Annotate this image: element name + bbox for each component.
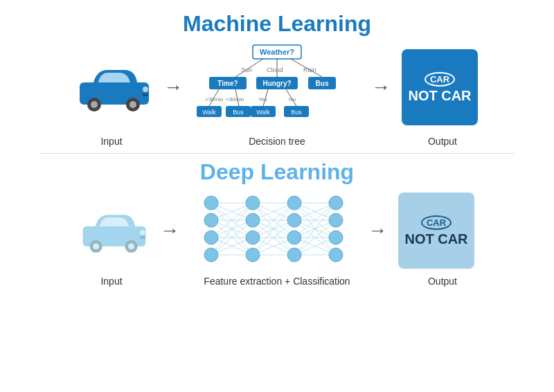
svg-point-41 [128, 243, 134, 249]
ml-arrow-1: → [163, 76, 183, 98]
section-divider [40, 153, 514, 154]
svg-text:Cloud: Cloud [267, 66, 283, 73]
ml-output-label: Output [428, 136, 457, 147]
ml-output-label-wrapper: Output [404, 135, 481, 148]
dl-output-label: Output [428, 276, 457, 287]
ml-input-label: Input [100, 136, 122, 147]
ml-output-col: CAR NOT CAR [402, 49, 478, 125]
svg-text:Bus: Bus [291, 109, 302, 116]
svg-point-106 [329, 231, 343, 244]
page-container: Machine Learning [0, 0, 554, 392]
dl-input-label-wrapper: Input [73, 275, 150, 287]
ml-car-label: CAR [425, 72, 455, 87]
svg-text:No: No [289, 96, 296, 103]
svg-point-39 [93, 243, 99, 249]
svg-text:Hungry?: Hungry? [262, 80, 291, 87]
svg-point-4 [129, 101, 136, 108]
svg-point-5 [143, 87, 148, 92]
svg-rect-6 [143, 93, 148, 96]
svg-rect-43 [140, 236, 145, 239]
dl-arrow-2: → [368, 220, 387, 242]
svg-point-93 [204, 213, 218, 227]
dl-section: Deep Learning → [14, 159, 540, 287]
dl-arrow-1: → [160, 220, 179, 242]
svg-point-94 [204, 231, 218, 244]
dl-labels-row: Input Feature extraction + Classificatio… [14, 275, 540, 287]
ml-section: Machine Learning [14, 7, 540, 148]
svg-text:Time?: Time? [217, 80, 238, 87]
dl-row: → [14, 189, 540, 272]
dl-car-label: CAR [421, 215, 452, 230]
svg-text:>30min: >30min [205, 96, 223, 103]
ml-row: → Weather? Sun Cloud Rain [14, 42, 540, 132]
svg-text:Walk: Walk [256, 109, 270, 116]
svg-point-107 [329, 248, 343, 262]
dl-notcar-label: NOT CAR [404, 231, 467, 247]
svg-text:Weather?: Weather? [260, 48, 294, 56]
ml-output-box: CAR NOT CAR [402, 49, 478, 125]
svg-point-92 [204, 196, 218, 210]
dl-net-col [190, 189, 357, 272]
svg-text:Sun: Sun [241, 66, 252, 73]
svg-text:Rain: Rain [303, 66, 316, 73]
neural-net-svg [190, 189, 357, 272]
dl-output-label-wrapper: Output [404, 275, 481, 287]
svg-point-102 [287, 231, 301, 244]
svg-point-101 [287, 213, 301, 227]
svg-point-99 [246, 248, 260, 262]
ml-tree-label-wrapper: Decision tree [194, 135, 360, 148]
svg-point-96 [246, 196, 260, 210]
ml-tree-label: Decision tree [249, 136, 305, 147]
decision-tree-svg: Weather? Sun Cloud Rain Time? [194, 42, 360, 132]
dl-title: Deep Learning [200, 159, 354, 185]
svg-point-104 [329, 196, 343, 210]
dl-output-col: CAR NOT CAR [398, 193, 474, 269]
svg-point-2 [91, 101, 98, 108]
ml-title: Machine Learning [183, 11, 371, 37]
svg-text:Bus: Bus [233, 109, 244, 116]
svg-text:Bus: Bus [316, 80, 329, 87]
svg-text:<30min: <30min [226, 96, 244, 103]
svg-point-103 [287, 248, 301, 262]
dl-car-icon [80, 208, 149, 253]
svg-point-100 [287, 196, 301, 210]
ml-input-col [76, 63, 152, 112]
ml-arrow-2: → [371, 76, 391, 98]
svg-point-97 [246, 213, 260, 227]
svg-point-105 [329, 213, 343, 227]
svg-text:Walk: Walk [202, 109, 216, 116]
dl-output-box: CAR NOT CAR [398, 193, 474, 269]
svg-text:Yes: Yes [258, 96, 267, 103]
svg-point-95 [204, 248, 218, 262]
ml-notcar-label: NOT CAR [408, 88, 471, 103]
ml-labels-row: Input Decision tree Output [14, 135, 540, 148]
dl-input-label: Input [100, 276, 122, 287]
ml-tree-col: Weather? Sun Cloud Rain Time? [194, 42, 360, 132]
dl-input-col [80, 208, 149, 253]
ml-input-label-wrapper: Input [73, 135, 150, 148]
dl-net-label-wrapper: Feature extraction + Classification [194, 275, 360, 287]
svg-point-42 [140, 230, 145, 235]
dl-net-label: Feature extraction + Classification [204, 276, 350, 287]
svg-point-98 [246, 231, 260, 244]
ml-car-icon [76, 63, 152, 112]
